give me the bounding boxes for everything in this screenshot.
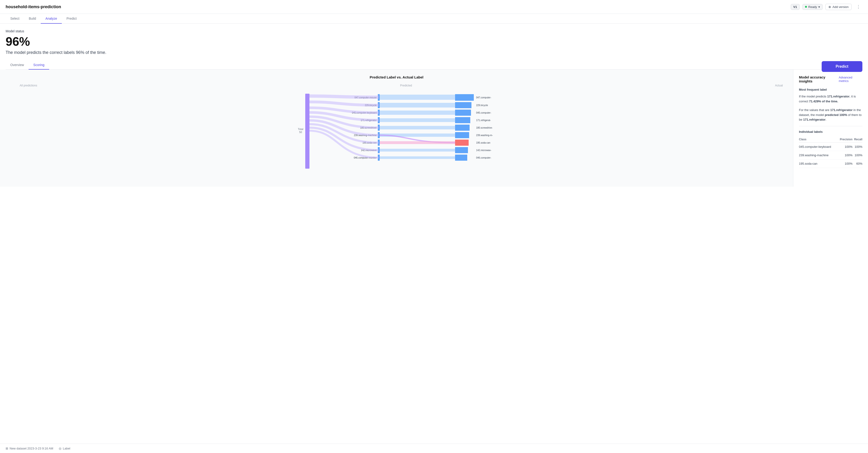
class-cell: 195.soda-can (799, 159, 837, 168)
insight-bold-1: 171.refrigerator (827, 95, 849, 98)
app-header: household-items-prediction V1 Ready ▾ ⊕ … (0, 0, 868, 14)
model-status-label: Model status (6, 29, 862, 33)
col-recall: Recall (852, 136, 862, 143)
class-cell: 045.computer-keyboard (799, 143, 837, 151)
chart-title: Predicted Label vs. Actual Label (6, 75, 787, 79)
table-row: 195.soda-can 100% 60% (799, 159, 862, 168)
sub-tab-overview[interactable]: Overview (6, 61, 29, 69)
svg-text:047.computer-: 047.computer- (476, 96, 491, 99)
predict-button-main[interactable]: Predict (822, 61, 862, 72)
divider (799, 126, 862, 126)
metrics-table: Class Precision Recall 045.computer-keyb… (799, 136, 862, 168)
accuracy-description: The model predicts the correct labels 96… (6, 50, 862, 55)
insight-pct-1: 71.429% of the time. (809, 99, 838, 103)
svg-text:045.computer-: 045.computer- (476, 112, 491, 114)
col-all: All predictions (20, 84, 37, 87)
precision-cell: 100% (837, 159, 852, 168)
tab-select[interactable]: Select (6, 14, 24, 24)
svg-rect-21 (455, 125, 470, 131)
insights-title: Model accuracy insights (799, 75, 839, 83)
insight-text-1: If the model predicts 171.refrigerator, … (799, 94, 862, 104)
col-class: Class (799, 136, 837, 143)
svg-text:180.screwdrive-: 180.screwdrive- (476, 126, 493, 129)
class-cell: 239.washing-machine (799, 151, 837, 159)
precision-cell: 100% (837, 143, 852, 151)
status-dot-icon (805, 6, 807, 8)
svg-text:171.refrigerat-: 171.refrigerat- (476, 119, 491, 122)
more-options-button[interactable]: ⋮ (855, 3, 862, 10)
col-actual: Actual (775, 84, 783, 87)
svg-text:50: 50 (299, 131, 302, 133)
sankey-chart: Total 50 047.computer-mouse 047.computer… (6, 89, 787, 169)
table-row: 239.washing-machine 100% 100% (799, 151, 862, 159)
svg-rect-33 (455, 147, 468, 153)
insight-bold-pct-2: predicted 100% (825, 113, 847, 117)
tab-analyze[interactable]: Analyze (41, 14, 62, 24)
insights-header: Model accuracy insights Advanced metrics (799, 75, 862, 83)
svg-rect-13 (455, 110, 471, 116)
insight-bold-2: 171.refrigerator (830, 108, 852, 112)
sub-tabs: Overview Scoring (6, 61, 862, 69)
chart-area: Predicted Label vs. Actual Label All pre… (0, 69, 793, 187)
model-status-section: Model status 96% The model predicts the … (6, 29, 862, 55)
recall-cell: 100% (852, 151, 862, 159)
svg-rect-37 (455, 155, 467, 161)
accuracy-percentage: 96% (6, 35, 862, 48)
advanced-metrics-link[interactable]: Advanced metrics (839, 76, 862, 83)
metrics-table-body: 045.computer-keyboard 100% 100% 239.wash… (799, 143, 862, 168)
insights-panel: Model accuracy insights Advanced metrics… (793, 69, 868, 187)
most-frequent-label-heading: Most frequent label (799, 88, 862, 91)
insight-bold-3: 171.refrigerator (803, 118, 826, 121)
table-row: 045.computer-keyboard 100% 100% (799, 143, 862, 151)
recall-cell: 60% (852, 159, 862, 168)
insight-text-2: For the values that are 171.refrigerator… (799, 108, 862, 122)
svg-text:229.tricycle: 229.tricycle (476, 104, 488, 107)
svg-text:046.computer-: 046.computer- (476, 156, 491, 159)
tab-predict[interactable]: Predict (62, 14, 82, 24)
nav-tabs: Select Build Analyze Predict (0, 14, 868, 24)
svg-rect-9 (455, 102, 471, 108)
recall-cell: 100% (852, 143, 862, 151)
col-precision: Precision (837, 136, 852, 143)
svg-rect-17 (455, 117, 470, 123)
app-title: household-items-prediction (6, 4, 61, 9)
svg-text:239.washing-m-: 239.washing-m- (476, 134, 493, 137)
version-badge[interactable]: V1 (791, 4, 800, 10)
chevron-down-icon: ▾ (818, 5, 820, 9)
chart-column-headers: All predictions Predicted Actual (6, 84, 787, 87)
svg-rect-25 (455, 132, 469, 138)
top-section: Model status 96% The model predicts the … (0, 24, 868, 69)
status-badge[interactable]: Ready ▾ (802, 4, 823, 10)
sankey-svg: Total 50 047.computer-mouse 047.computer… (6, 89, 787, 178)
plus-icon: ⊕ (829, 5, 831, 9)
header-right: V1 Ready ▾ ⊕ Add version ⋮ (791, 3, 862, 10)
status-label: Ready (808, 5, 817, 9)
svg-rect-29 (455, 140, 469, 146)
svg-text:142.microwav-: 142.microwav- (476, 149, 491, 152)
svg-text:Total: Total (298, 128, 303, 130)
metrics-table-header: Class Precision Recall (799, 136, 862, 143)
content-area: Predicted Label vs. Actual Label All pre… (0, 69, 868, 187)
col-predicted: Predicted (400, 84, 412, 87)
precision-cell: 100% (837, 151, 852, 159)
svg-rect-0 (305, 94, 309, 169)
metrics-header-row: Class Precision Recall (799, 136, 862, 143)
svg-rect-5 (455, 94, 474, 101)
sub-tab-scoring[interactable]: Scoring (29, 61, 49, 69)
add-version-button[interactable]: ⊕ Add version (826, 4, 851, 10)
tab-build[interactable]: Build (24, 14, 41, 24)
individual-labels-heading: Individual labels (799, 130, 862, 133)
svg-text:195.soda-can: 195.soda-can (476, 142, 490, 144)
